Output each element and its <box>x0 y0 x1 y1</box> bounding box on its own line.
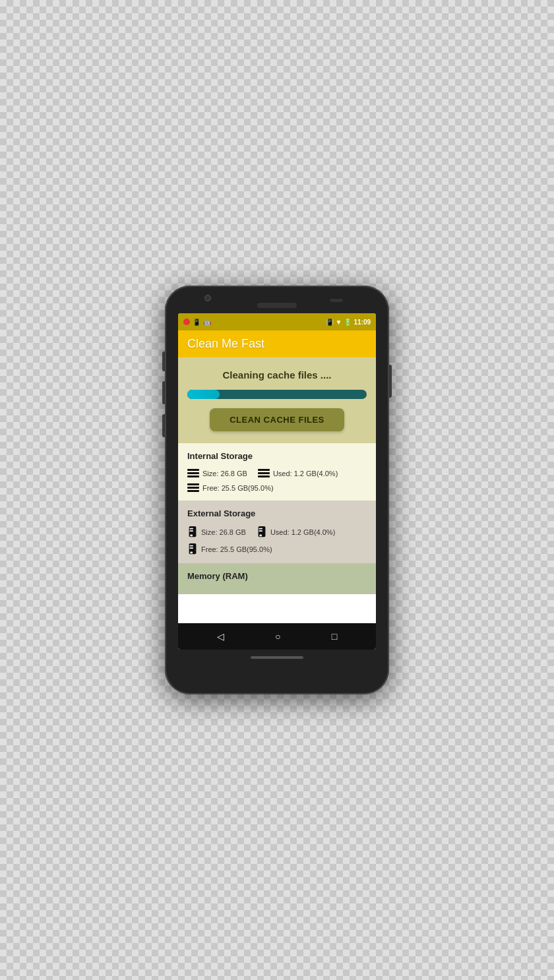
recents-button[interactable]: □ <box>332 631 337 642</box>
volume-down-button[interactable] <box>162 381 165 404</box>
external-free-item: Free: 25.5 GB(95.0%) <box>187 543 367 555</box>
external-storage-used-icon <box>257 526 267 538</box>
cache-section: Cleaning cache files .... CLEAN CACHE FI… <box>178 357 376 443</box>
mute-button[interactable] <box>162 414 165 437</box>
internal-used-text: Used: 1.2 GB(4.0%) <box>273 470 338 477</box>
svg-rect-0 <box>187 469 199 471</box>
external-free-text: Free: 25.5 GB(95.0%) <box>201 545 272 553</box>
svg-rect-16 <box>259 530 262 532</box>
external-storage-size-row: Size: 26.8 GB Used: 1.2 GB(4.0%) <box>187 526 367 538</box>
svg-rect-2 <box>187 475 199 477</box>
svg-rect-12 <box>190 530 193 532</box>
cleaning-status-text: Cleaning cache files .... <box>222 369 331 381</box>
internal-used-item: Used: 1.2 GB(4.0%) <box>258 469 338 478</box>
external-size-text: Size: 26.8 GB <box>201 528 246 536</box>
svg-rect-18 <box>190 552 193 554</box>
phone-device: 📱 🤖 📳 ▼ 🔋 11:09 Clean Me Fast Cleaning c… <box>165 286 389 694</box>
internal-size-item: Size: 26.8 GB <box>187 469 247 478</box>
svg-rect-7 <box>187 487 199 489</box>
external-size-item: Size: 26.8 GB <box>187 526 246 538</box>
svg-rect-5 <box>258 475 270 477</box>
internal-storage-size-icon <box>187 469 199 478</box>
signal-icon: 🔋 <box>344 319 352 326</box>
status-left-icons: 📱 🤖 <box>183 319 211 326</box>
app-bar: Clean Me Fast <box>178 330 376 357</box>
external-storage-size-icon <box>187 526 198 538</box>
status-bar: 📱 🤖 📳 ▼ 🔋 11:09 <box>178 313 376 330</box>
svg-rect-6 <box>187 483 199 485</box>
svg-rect-20 <box>190 547 193 549</box>
recording-indicator <box>183 319 190 325</box>
time-display: 11:09 <box>354 319 371 326</box>
external-used-text: Used: 1.2 GB(4.0%) <box>270 528 335 536</box>
internal-storage-title: Internal Storage <box>187 451 367 461</box>
svg-rect-4 <box>258 472 270 474</box>
home-button[interactable]: ○ <box>275 631 280 642</box>
internal-free-text: Free: 25.5 GB(95.0%) <box>202 484 274 492</box>
internal-storage-size-row: Size: 26.8 GB Used: 1.2 GB(4.0%) <box>187 469 367 478</box>
main-content: Cleaning cache files .... CLEAN CACHE FI… <box>178 357 376 623</box>
android-icon: 🤖 <box>203 319 211 326</box>
svg-rect-3 <box>258 469 270 471</box>
app-title: Clean Me Fast <box>187 337 367 351</box>
home-indicator <box>251 656 303 659</box>
progress-bar-fill <box>187 390 220 399</box>
wifi-icon: ▼ <box>336 319 342 326</box>
progress-bar-container <box>187 390 367 399</box>
svg-rect-14 <box>259 535 262 537</box>
memory-section: Memory (RAM) <box>178 563 376 594</box>
volume-up-button[interactable] <box>162 352 165 371</box>
front-sensor <box>330 299 343 302</box>
status-right-icons: 📳 ▼ 🔋 11:09 <box>326 319 371 326</box>
internal-storage-section: Internal Storage Size: 26.8 GB <box>178 443 376 501</box>
memory-title: Memory (RAM) <box>187 571 367 581</box>
phone-bottom <box>251 650 303 668</box>
phone-screen: 📱 🤖 📳 ▼ 🔋 11:09 Clean Me Fast Cleaning c… <box>178 313 376 650</box>
internal-free-item: Free: 25.5 GB(95.0%) <box>187 483 367 493</box>
phone-top <box>165 286 389 313</box>
back-button[interactable]: ◁ <box>217 631 224 642</box>
internal-storage-free-icon <box>187 483 199 493</box>
svg-rect-8 <box>187 490 199 492</box>
external-used-item: Used: 1.2 GB(4.0%) <box>257 526 335 538</box>
navigation-bar: ◁ ○ □ <box>178 623 376 650</box>
front-camera <box>204 295 211 301</box>
svg-rect-10 <box>190 535 193 537</box>
internal-storage-used-icon <box>258 469 270 478</box>
svg-rect-1 <box>187 472 199 474</box>
external-storage-free-icon <box>187 543 198 555</box>
external-storage-section: External Storage Size: 26.8 GB <box>178 501 376 563</box>
external-storage-title: External Storage <box>187 508 367 518</box>
vibrate-icon: 📳 <box>326 319 334 326</box>
svg-rect-15 <box>259 528 262 530</box>
svg-rect-19 <box>190 545 193 547</box>
earpiece-speaker <box>257 303 297 308</box>
power-button[interactable] <box>389 365 392 398</box>
svg-rect-11 <box>190 528 193 530</box>
clean-cache-button[interactable]: CLEAN CACHE FILES <box>210 408 344 431</box>
internal-size-text: Size: 26.8 GB <box>202 470 247 477</box>
sim-icon: 📱 <box>193 319 200 326</box>
